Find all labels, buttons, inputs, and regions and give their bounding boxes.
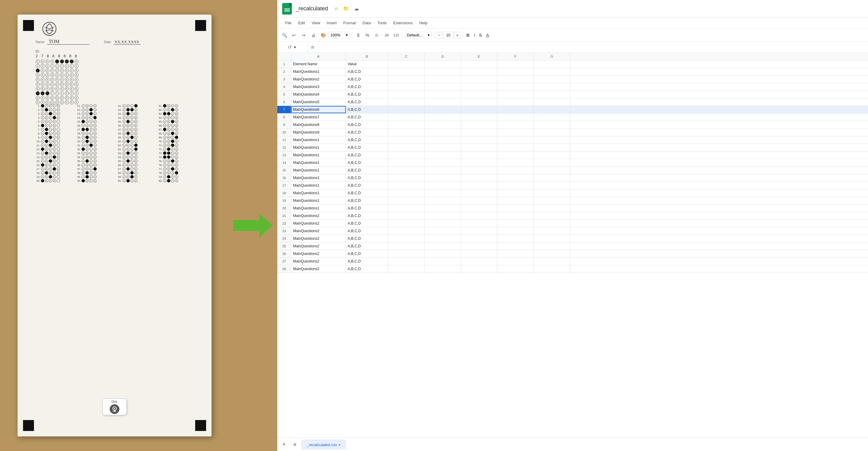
- cell-f[interactable]: [497, 258, 534, 265]
- cell-g[interactable]: [534, 189, 570, 197]
- cell-a[interactable]: MainQuestions1: [291, 182, 346, 189]
- cell-d[interactable]: [425, 136, 461, 144]
- cell-b[interactable]: A,B,C,D: [346, 83, 388, 90]
- cell-c[interactable]: [388, 182, 425, 189]
- menu-extensions[interactable]: Extensions: [390, 20, 416, 26]
- cell-d[interactable]: [425, 98, 461, 106]
- table-row[interactable]: 18MainQuestions1A,B,C,D: [277, 189, 868, 197]
- cell-d[interactable]: [425, 121, 461, 129]
- cell-a[interactable]: MainQuestions7: [291, 113, 346, 121]
- cell-c[interactable]: [388, 189, 425, 197]
- table-row[interactable]: 14MainQuestions1A,B,C,D: [277, 159, 868, 167]
- table-row[interactable]: 10MainQuestions9A,B,C,D: [277, 129, 868, 136]
- cell-c[interactable]: [388, 98, 425, 106]
- cell-f[interactable]: [497, 235, 534, 242]
- cell-f[interactable]: [497, 182, 534, 189]
- table-row[interactable]: 26MainQuestions2A,B,C,D: [277, 250, 868, 258]
- cell-e[interactable]: [461, 258, 497, 265]
- menu-tools[interactable]: Tools: [374, 20, 390, 26]
- cell-f[interactable]: [497, 98, 534, 106]
- table-row[interactable]: 28MainQuestions2A,B,C,D: [277, 265, 868, 273]
- cell-f[interactable]: [497, 159, 534, 166]
- cell-c[interactable]: [388, 243, 425, 250]
- cell-d[interactable]: [425, 258, 461, 265]
- cell-c[interactable]: [388, 258, 425, 265]
- cell-b[interactable]: A,B,C,D: [346, 204, 388, 212]
- cell-a[interactable]: MainQuestions1: [291, 68, 346, 75]
- cell-c[interactable]: [388, 227, 425, 234]
- table-row[interactable]: 24MainQuestions2A,B,C,D: [277, 235, 868, 243]
- cell-a[interactable]: MainQuestions1: [291, 136, 346, 144]
- cell-b[interactable]: A,B,C,D: [346, 113, 388, 121]
- cell-f[interactable]: [497, 220, 534, 227]
- cell-g[interactable]: [534, 129, 570, 136]
- cell-g[interactable]: [534, 98, 570, 106]
- cell-e[interactable]: [461, 83, 497, 90]
- cell-g[interactable]: [534, 113, 570, 121]
- cell-f[interactable]: [497, 167, 534, 174]
- cell-b[interactable]: A,B,C,D: [346, 136, 388, 144]
- search-toolbar-btn[interactable]: 🔍: [280, 31, 289, 40]
- cell-a[interactable]: MainQuestions2: [291, 220, 346, 227]
- number-format-btn[interactable]: 123: [392, 31, 401, 40]
- cell-reference[interactable]: I7 ▾: [277, 42, 308, 53]
- currency-btn[interactable]: $: [354, 31, 363, 39]
- cell-g[interactable]: [534, 68, 570, 75]
- cell-b[interactable]: Value: [346, 60, 388, 68]
- cell-g[interactable]: [534, 83, 570, 90]
- cell-a[interactable]: MainQuestions2: [291, 265, 346, 273]
- cell-c[interactable]: [388, 106, 425, 113]
- cell-d[interactable]: [425, 159, 461, 166]
- cell-b[interactable]: A,B,C,D: [346, 91, 388, 98]
- col-header-d[interactable]: D: [425, 53, 461, 60]
- cell-d[interactable]: [425, 220, 461, 227]
- cell-c[interactable]: [388, 151, 425, 159]
- menu-help[interactable]: Help: [416, 20, 430, 26]
- cell-e[interactable]: [461, 136, 497, 144]
- cell-g[interactable]: [534, 91, 570, 98]
- cell-d[interactable]: [425, 106, 461, 113]
- cell-c[interactable]: [388, 83, 425, 90]
- cell-g[interactable]: [534, 220, 570, 227]
- cell-f[interactable]: [497, 265, 534, 273]
- cell-e[interactable]: [461, 167, 497, 174]
- underline-btn[interactable]: A: [484, 31, 491, 39]
- col-header-g[interactable]: G: [534, 53, 570, 60]
- cell-c[interactable]: [388, 212, 425, 220]
- cell-g[interactable]: [534, 144, 570, 151]
- cell-b[interactable]: A,B,C,D: [346, 98, 388, 106]
- cell-b[interactable]: A,B,C,D: [346, 68, 388, 75]
- cell-c[interactable]: [388, 167, 425, 174]
- cell-g[interactable]: [534, 197, 570, 204]
- cell-c[interactable]: [388, 174, 425, 181]
- cell-g[interactable]: [534, 174, 570, 181]
- cell-d[interactable]: [425, 151, 461, 159]
- cell-f[interactable]: [497, 197, 534, 204]
- cell-b[interactable]: A,B,C,D: [346, 235, 388, 242]
- table-row[interactable]: 9MainQuestions8A,B,C,D: [277, 121, 868, 129]
- table-row[interactable]: 19MainQuestions1A,B,C,D: [277, 197, 868, 204]
- cell-a[interactable]: MainQuestions1: [291, 189, 346, 197]
- cell-c[interactable]: [388, 265, 425, 273]
- cell-g[interactable]: [534, 227, 570, 234]
- cell-b[interactable]: A,B,C,D: [346, 76, 388, 83]
- cell-d[interactable]: [425, 197, 461, 204]
- cell-b[interactable]: A,B,C,D: [346, 220, 388, 227]
- cell-b[interactable]: A,B,C,D: [346, 159, 388, 166]
- cell-g[interactable]: [534, 250, 570, 257]
- cell-b[interactable]: A,B,C,D: [346, 167, 388, 174]
- table-row[interactable]: 22MainQuestions2A,B,C,D: [277, 220, 868, 227]
- cell-g[interactable]: [534, 136, 570, 144]
- table-row[interactable]: 4MainQuestions3A,B,C,D: [277, 83, 868, 91]
- cell-e[interactable]: [461, 129, 497, 136]
- cell-c[interactable]: [388, 60, 425, 68]
- cell-a[interactable]: MainQuestions2: [291, 258, 346, 265]
- cell-e[interactable]: [461, 106, 497, 113]
- cell-g[interactable]: [534, 258, 570, 265]
- cell-f[interactable]: [497, 189, 534, 197]
- cell-b[interactable]: A,B,C,D: [346, 243, 388, 250]
- cell-f[interactable]: [497, 174, 534, 181]
- cell-d[interactable]: [425, 68, 461, 75]
- redo-btn[interactable]: ↪: [299, 31, 308, 40]
- table-row[interactable]: 8MainQuestions7A,B,C,D: [277, 113, 868, 121]
